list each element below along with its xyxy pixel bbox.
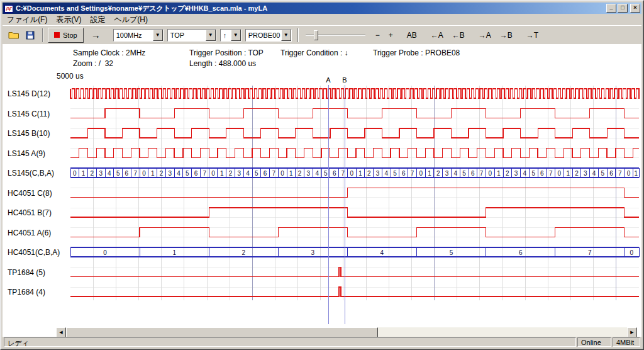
bus-value: 3 [99,170,103,177]
chevron-down-icon[interactable]: ▼ [206,30,216,41]
floppy-disk-icon [26,31,35,40]
bus-value: 1 [220,170,224,177]
chevron-down-icon[interactable]: ▼ [281,30,291,41]
bus-value: 5 [116,170,120,177]
trigger-edge-value: ↑ [221,31,231,39]
save-file-button[interactable] [23,28,38,42]
channel-label[interactable]: LS145 C(11) [8,110,50,118]
status-message: レディ [4,337,576,347]
menu-bar: ファイル(F) 表示(V) 設定 ヘルプ(H) [3,14,641,25]
signal-waveform [70,128,639,138]
channel-label[interactable]: LS145 D(12) [8,89,50,98]
waveform-canvas[interactable]: 5000 usLS145 D(12)LS145 C(11)LS145 B(10)… [3,70,643,327]
bus-value: 0 [73,170,77,177]
bus-value: 7 [203,170,207,177]
goto-prev-a-button[interactable]: ←A [427,28,447,43]
channel-label[interactable]: HC4051(C,B,A) [8,248,60,257]
bus-value: 5 [531,170,535,177]
bus-value: 6 [194,170,198,177]
scroll-right-button[interactable]: ▶ [627,327,637,337]
goto-next-b-button[interactable]: →B [496,28,516,43]
trigger-edge-select[interactable]: ↑ ▼ [220,29,242,42]
channel-label[interactable]: TP1684 (4) [8,288,45,296]
sample-clock-value: 100MHz [114,31,153,39]
bus-value: 3 [307,170,311,177]
zoom-slider[interactable] [306,28,365,42]
menu-help[interactable]: ヘルプ(H) [109,14,152,26]
stop-label: Stop [63,31,77,39]
minimize-button[interactable]: _ [606,4,616,13]
bus-value: 2 [506,170,509,177]
bus-value: 1 [566,170,570,177]
stop-icon [54,32,60,38]
bus-value: 7 [411,170,414,177]
bus-value: 7 [272,170,276,177]
menu-view[interactable]: 表示(V) [52,14,86,26]
horizontal-scrollbar[interactable]: ◀ ▶ [56,327,637,337]
scroll-left-button[interactable]: ◀ [56,327,66,337]
bus-value: 3 [238,170,242,177]
trigger-probe-select[interactable]: PROBE00 ▼ [245,29,292,42]
title-bar[interactable]: C:¥Documents and Settings¥noname¥デスクトップ¥… [3,3,641,14]
bus-value: 5 [393,170,397,177]
bus-value: 0 [630,249,634,256]
zoom-out-button[interactable]: − [372,28,384,43]
goto-next-a-button[interactable]: →A [475,28,495,43]
channel-label[interactable]: LS145 A(9) [8,149,45,158]
channel-label[interactable]: TP1684 (5) [8,268,45,277]
bus-value: 7 [480,170,484,177]
bus-value: 5 [462,170,466,177]
bus-value: 0 [489,170,492,177]
bus-value: 3 [514,170,518,177]
zoom-in-button[interactable]: + [385,28,397,43]
bus-value: 0 [627,170,631,177]
bus-value: 5 [601,170,604,177]
goto-prev-b-button[interactable]: ←B [448,28,469,43]
bus-value: 1 [497,170,501,177]
bus-value: 5 [450,249,453,256]
maximize-button[interactable]: □ [618,4,628,13]
bus-value: 3 [168,170,172,177]
status-bar: レディ Online 4MBit [3,337,641,347]
bus-value: 5 [255,170,258,177]
bus-value: 2 [367,170,371,177]
channel-label[interactable]: HC4051 A(6) [8,229,51,237]
scrollbar-thumb[interactable] [66,327,378,337]
bus-value: 7 [618,170,622,177]
menu-settings[interactable]: 設定 [86,14,109,26]
channel-label[interactable]: LS145 B(10) [8,129,50,138]
zoom-info: Zoom : / 32 [73,59,113,68]
open-file-button[interactable] [6,28,21,42]
bus-value: 1 [289,170,293,177]
signal-waveform [70,208,639,217]
signal-waveform [70,89,639,98]
stop-button[interactable]: Stop [48,28,84,43]
bus-value: 6 [402,170,406,177]
zoom-slider-thumb[interactable] [314,30,318,40]
chevron-down-icon[interactable]: ▼ [231,30,241,41]
status-online: Online [577,337,611,347]
chevron-down-icon[interactable]: ▼ [153,30,163,41]
bus-value: 6 [609,170,613,177]
bus-value: 4 [177,170,180,177]
cursor-ab-button[interactable]: AB [403,28,421,43]
bus-value: 1 [172,249,176,256]
signal-waveform [70,109,639,118]
channel-label[interactable]: HC4051 B(7) [8,208,52,217]
menu-file[interactable]: ファイル(F) [3,14,52,26]
run-button[interactable]: → [85,28,107,43]
channel-label[interactable]: HC4051 C(8) [8,189,52,198]
goto-trigger-button[interactable]: →T [523,28,542,43]
trigger-position-select[interactable]: TOP ▼ [167,29,216,42]
close-button[interactable]: × [630,4,640,13]
bus-value: 1 [634,170,638,177]
channel-label[interactable]: LS145(C,B,A) [8,169,54,178]
bus-value: 4 [592,170,596,177]
app-icon[interactable] [4,4,14,13]
bus-value: 6 [125,170,129,177]
trigger-probe-info: Trigger Probe : PROBE08 [373,48,460,57]
bus-value: 0 [211,170,215,177]
trigger-position-info: Trigger Position : TOP [189,48,264,57]
sample-clock-select[interactable]: 100MHz ▼ [113,29,164,42]
bus-waveform [70,168,639,178]
